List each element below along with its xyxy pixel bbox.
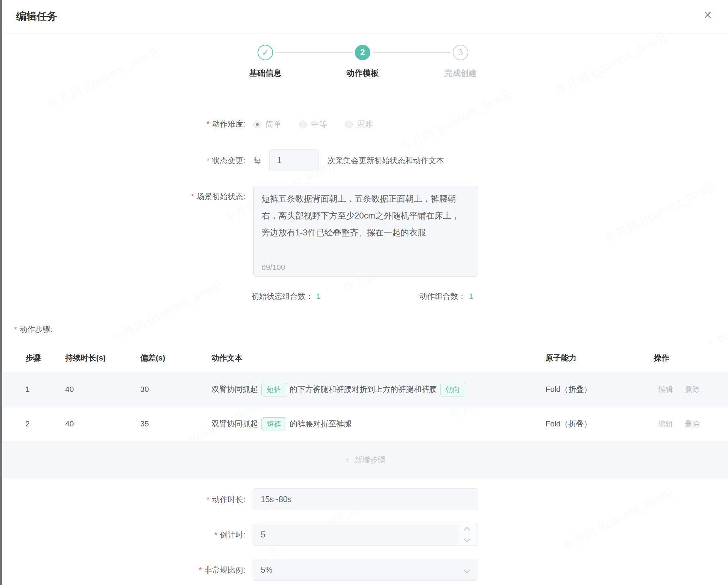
- chevron-down-icon: [464, 567, 470, 573]
- cell-duration: 40: [65, 372, 74, 407]
- cell-operations: 编辑删除: [658, 372, 712, 407]
- required-asterisk: *: [214, 530, 217, 539]
- dialog-title: 编辑任务: [16, 0, 57, 33]
- col-ability: 原子能力: [545, 344, 576, 372]
- step-connector: [275, 52, 353, 53]
- countdown-input[interactable]: 5: [253, 524, 477, 546]
- watermark: 牛月鸽 {{current_time}}: [560, 484, 675, 554]
- unusual-ratio-label: *非常规比例:: [0, 565, 245, 575]
- action-combo-count: 动作组合数：1: [419, 291, 473, 302]
- state-change-prefix: 每: [253, 155, 261, 166]
- col-operations: 操作: [654, 344, 669, 372]
- scene-state-label: *场景初始状态:: [0, 191, 245, 202]
- chevron-down-icon: [464, 536, 470, 542]
- cell-action-text: 双臂协同抓起 短裤 的裤腰对折至裤腿: [211, 407, 352, 441]
- action-text: 双臂协同抓起: [211, 407, 258, 441]
- col-deviation: 偏差(s): [140, 344, 165, 372]
- initial-combo-value: 1: [316, 292, 321, 301]
- step-1-label: 基础信息: [223, 68, 308, 79]
- scene-state-text: 短裤五条数据背面朝上，五条数据正面朝上，裤腰朝右，离头部视野下方至少20cm之外…: [261, 190, 462, 241]
- difficulty-radio-group: 简单 中等 困难: [253, 119, 391, 130]
- cell-deviation: 30: [140, 372, 149, 407]
- add-step-button[interactable]: + 新增步骤: [2, 441, 728, 479]
- unusual-ratio-value: 5%: [261, 565, 272, 575]
- delete-link[interactable]: 删除: [685, 420, 700, 428]
- radio-icon: [345, 121, 353, 128]
- radio-hard[interactable]: 困难: [345, 119, 373, 130]
- step-2-circle: 2: [355, 45, 370, 60]
- cell-step: 1: [25, 372, 30, 407]
- radio-label: 简单: [265, 119, 282, 130]
- difficulty-label: *动作难度:: [0, 119, 245, 129]
- action-combo-label: 动作组合数：: [419, 292, 466, 301]
- watermark: 牛月鸽 {{current_time}}: [109, 276, 224, 346]
- radio-simple[interactable]: 简单: [253, 119, 282, 130]
- object-tag: 短裤: [261, 417, 286, 431]
- cell-deviation: 35: [140, 407, 149, 441]
- add-step-label: 新增步骤: [354, 455, 385, 465]
- cell-step: 2: [25, 407, 30, 441]
- required-asterisk: *: [14, 325, 17, 334]
- scene-state-textarea[interactable]: 短裤五条数据背面朝上，五条数据正面朝上，裤腰朝右，离头部视野下方至少20cm之外…: [253, 186, 477, 277]
- step-2-number: 2: [360, 48, 365, 57]
- object-tag: 短裤: [261, 383, 286, 396]
- table-row: 2 40 35 双臂协同抓起 短裤 的裤腰对折至裤腿 Fold（折叠） 编辑删除: [2, 407, 728, 442]
- radio-medium[interactable]: 中等: [299, 119, 327, 130]
- required-asterisk: *: [206, 495, 210, 504]
- step-3-label: 完成创建: [418, 68, 503, 79]
- step-1-circle: ✓: [258, 45, 273, 60]
- unusual-ratio-select[interactable]: 5%: [253, 559, 477, 581]
- radio-icon: [299, 121, 307, 128]
- radio-label: 困难: [357, 119, 373, 130]
- initial-combo-label: 初始状态组合数：: [251, 292, 313, 301]
- cell-ability: Fold（折叠）: [545, 372, 592, 407]
- radio-icon: [253, 121, 261, 128]
- watermark: 牛月鸽 {{current_time}}: [602, 178, 718, 247]
- edit-task-dialog: 牛月鸽 {{current_time}} 牛月鸽 {{current_time}…: [0, 0, 728, 585]
- steps-table-header: 步骤 持续时长(s) 偏差(s) 动作文本 原子能力 操作: [2, 344, 728, 372]
- state-change-input[interactable]: 1: [269, 149, 319, 171]
- number-spinner: [457, 524, 477, 545]
- edit-link[interactable]: 编辑: [658, 420, 673, 428]
- orientation-tag: 朝向: [440, 383, 465, 396]
- state-change-suffix: 次采集会更新初始状态和动作文本: [328, 155, 444, 166]
- col-step: 步骤: [25, 344, 41, 372]
- action-text: 的下方裤腿和裤腰对折到上方的裤腿和裤腰: [290, 372, 437, 407]
- step-2-label: 动作模板: [320, 68, 405, 79]
- chevron-up-icon: [464, 527, 470, 534]
- state-change-label: *状态变更:: [0, 155, 245, 166]
- duration-input[interactable]: 15s~80s: [253, 488, 477, 510]
- table-row: 1 40 30 双臂协同抓起 短裤 的下方裤腿和裤腰对折到上方的裤腿和裤腰 朝向…: [2, 372, 728, 407]
- countdown-value: 5: [261, 530, 265, 540]
- step-3-number: 3: [458, 48, 463, 57]
- plus-icon: +: [345, 455, 350, 465]
- required-asterisk: *: [199, 566, 202, 574]
- required-asterisk: *: [191, 192, 194, 201]
- dialog-header: 编辑任务 ×: [2, 0, 728, 33]
- radio-label: 中等: [311, 119, 327, 130]
- col-duration: 持续时长(s): [65, 344, 106, 372]
- duration-label: *动作时长:: [0, 494, 245, 505]
- watermark: 牛月鸽 {{current_time}}: [397, 86, 513, 156]
- delete-link[interactable]: 删除: [685, 385, 700, 393]
- action-steps-label: *动作步骤:: [14, 324, 53, 335]
- action-text: 的裤腰对折至裤腿: [290, 407, 352, 441]
- check-icon: ✓: [262, 48, 269, 57]
- watermark: 牛月鸽 {{current_time}}: [45, 44, 161, 113]
- char-counter: 69/100: [261, 263, 285, 272]
- cell-ability: Fold（折叠）: [545, 407, 592, 441]
- countdown-label: *倒计时:: [0, 530, 245, 540]
- edit-link[interactable]: 编辑: [658, 385, 673, 393]
- action-combo-value: 1: [469, 292, 473, 301]
- cell-operations: 编辑删除: [658, 407, 712, 441]
- cell-action-text: 双臂协同抓起 短裤 的下方裤腿和裤腰对折到上方的裤腿和裤腰 朝向: [211, 372, 469, 407]
- increment-button[interactable]: [457, 524, 477, 535]
- decrement-button[interactable]: [457, 535, 477, 545]
- action-text: 双臂协同抓起: [211, 372, 258, 407]
- col-action-text: 动作文本: [211, 344, 242, 372]
- cell-duration: 40: [65, 407, 74, 441]
- required-asterisk: *: [206, 119, 210, 128]
- watermark: 牛月鸽 {{current_time}}: [553, 30, 668, 99]
- step-connector: [372, 52, 451, 53]
- close-icon[interactable]: ×: [704, 8, 712, 22]
